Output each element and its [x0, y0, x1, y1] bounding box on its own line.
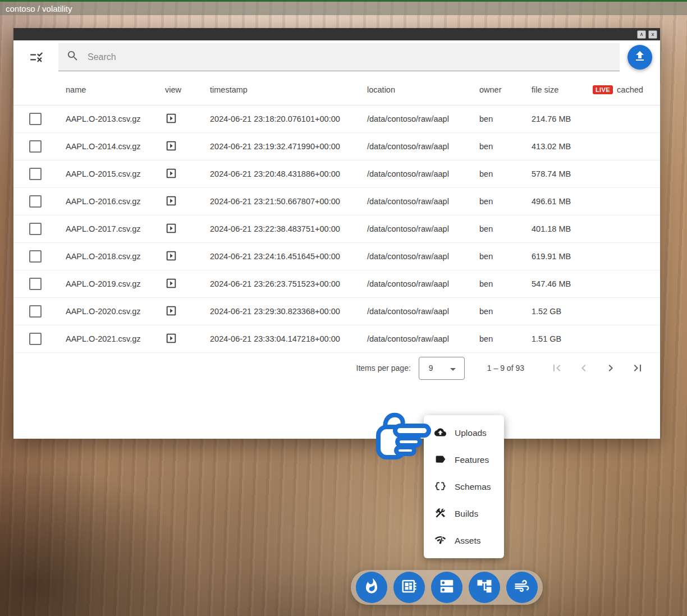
- breadcrumb: contoso / volatility: [6, 4, 72, 13]
- file-location: /data/contoso/raw/aapl: [367, 114, 479, 123]
- column-header-file-size: file size: [532, 85, 593, 94]
- row-checkbox[interactable]: [29, 195, 42, 208]
- file-owner: ben: [479, 279, 532, 288]
- column-header-view: view: [165, 85, 210, 94]
- dock-button-fire[interactable]: [356, 572, 387, 603]
- upload-fab-button[interactable]: [628, 45, 652, 70]
- search-icon: [58, 49, 79, 65]
- file-timestamp: 2024-06-21 23:21:50.667807+00:00: [210, 197, 367, 206]
- slideshow-icon[interactable]: [165, 332, 177, 344]
- file-name: AAPL.O-2019.csv.gz: [66, 279, 165, 288]
- file-size: 547.46 MB: [532, 279, 593, 288]
- items-per-page-select[interactable]: 9: [419, 357, 465, 380]
- row-checkbox[interactable]: [29, 250, 42, 263]
- menu-item-assets[interactable]: Assets: [424, 527, 504, 554]
- live-badge: LIVE: [593, 85, 613, 94]
- column-header-cached: LIVE cached: [593, 85, 660, 94]
- selection-filter-button[interactable]: [29, 50, 44, 65]
- column-header-name: name: [66, 85, 165, 94]
- file-size: 1.52 GB: [532, 307, 593, 316]
- file-owner: ben: [479, 307, 532, 316]
- toolbar: [13, 40, 660, 74]
- cached-label: cached: [617, 85, 643, 94]
- last-page-button[interactable]: [631, 361, 644, 375]
- page-range-label: 1 – 9 of 93: [487, 364, 524, 373]
- row-checkbox[interactable]: [29, 278, 42, 290]
- dock-button-wind[interactable]: [506, 572, 538, 603]
- first-page-button[interactable]: [550, 361, 564, 375]
- slideshow-icon[interactable]: [165, 250, 177, 262]
- table-header-row: name view timestamp location owner file …: [13, 74, 660, 105]
- menu-item-builds[interactable]: Builds: [424, 500, 504, 527]
- slideshow-icon[interactable]: [165, 222, 177, 235]
- file-owner: ben: [479, 169, 532, 178]
- file-owner: ben: [479, 114, 532, 123]
- file-location: /data/contoso/raw/aapl: [367, 334, 479, 343]
- file-name: AAPL.O-2013.csv.gz: [66, 114, 165, 123]
- braces-icon: [434, 480, 446, 494]
- next-page-button[interactable]: [604, 361, 617, 375]
- column-header-timestamp: timestamp: [210, 85, 367, 94]
- slideshow-icon[interactable]: [165, 305, 177, 317]
- menu-item-label: Builds: [455, 509, 478, 519]
- menu-item-label: Schemas: [455, 482, 491, 492]
- search-field[interactable]: [58, 43, 620, 71]
- slideshow-icon[interactable]: [165, 167, 177, 180]
- slideshow-icon[interactable]: [165, 277, 177, 289]
- file-size: 578.74 MB: [532, 169, 593, 178]
- row-checkbox[interactable]: [29, 168, 42, 180]
- row-checkbox[interactable]: [29, 113, 42, 125]
- row-checkbox[interactable]: [29, 305, 42, 318]
- file-size: 413.02 MB: [532, 142, 593, 151]
- fire-icon: [363, 578, 380, 597]
- file-owner: ben: [479, 197, 532, 206]
- menu-item-label: Assets: [455, 536, 481, 546]
- file-name: AAPL.O-2018.csv.gz: [66, 252, 165, 261]
- table-row: AAPL.O-2017.csv.gz 2024-06-21 23:22:38.4…: [13, 215, 660, 243]
- file-owner: ben: [479, 142, 532, 151]
- dock: [351, 570, 543, 605]
- menu-item-label: Uploads: [455, 428, 487, 438]
- file-timestamp: 2024-06-21 23:19:32.471990+00:00: [210, 142, 367, 151]
- table-row: AAPL.O-2013.csv.gz 2024-06-21 23:18:20.0…: [13, 105, 660, 133]
- items-per-page-label: Items per page:: [356, 364, 411, 373]
- context-menu: Uploads Features Schemas Builds Assets: [424, 415, 504, 558]
- account-tree-icon: [476, 578, 493, 597]
- window-titlebar[interactable]: ∧ x: [13, 28, 660, 40]
- file-owner: ben: [479, 224, 532, 233]
- file-location: /data/contoso/raw/aapl: [367, 169, 479, 178]
- table-row: AAPL.O-2020.csv.gz 2024-06-21 23:29:30.8…: [13, 298, 660, 325]
- slideshow-icon[interactable]: [165, 195, 177, 207]
- dock-button-tree[interactable]: [469, 572, 500, 603]
- slideshow-icon[interactable]: [165, 140, 177, 152]
- table-row: AAPL.O-2014.csv.gz 2024-06-21 23:19:32.4…: [13, 133, 660, 160]
- row-checkbox[interactable]: [29, 333, 42, 345]
- search-input[interactable]: [86, 52, 583, 63]
- previous-page-button[interactable]: [577, 361, 590, 375]
- file-timestamp: 2024-06-21 23:26:23.751523+00:00: [210, 279, 367, 288]
- row-checkbox[interactable]: [29, 223, 42, 235]
- slideshow-icon[interactable]: [165, 112, 177, 125]
- dock-button-board[interactable]: [393, 572, 425, 603]
- menu-item-schemas[interactable]: Schemas: [424, 474, 504, 500]
- file-timestamp: 2024-06-21 23:22:38.483751+00:00: [210, 224, 367, 233]
- close-button[interactable]: x: [648, 30, 657, 39]
- menu-item-uploads[interactable]: Uploads: [424, 420, 504, 447]
- file-owner: ben: [479, 252, 532, 261]
- dock-button-dns[interactable]: [431, 572, 462, 603]
- file-size: 496.61 MB: [532, 197, 593, 206]
- row-checkbox[interactable]: [29, 140, 42, 153]
- dns-icon: [438, 578, 455, 597]
- file-location: /data/contoso/raw/aapl: [367, 279, 479, 288]
- collapse-button[interactable]: ∧: [637, 30, 646, 39]
- file-name: AAPL.O-2015.csv.gz: [66, 169, 165, 178]
- file-timestamp: 2024-06-21 23:33:04.147218+00:00: [210, 334, 367, 343]
- file-timestamp: 2024-06-21 23:24:16.451645+00:00: [210, 252, 367, 261]
- file-timestamp: 2024-06-21 23:29:30.823368+00:00: [210, 307, 367, 316]
- developer-board-icon: [401, 578, 418, 597]
- table-row: AAPL.O-2015.csv.gz 2024-06-21 23:20:48.4…: [13, 160, 660, 188]
- menu-item-features[interactable]: Features: [424, 447, 504, 474]
- column-header-owner: owner: [479, 85, 532, 94]
- air-icon: [514, 578, 530, 597]
- pagination-bar: Items per page: 9 1 – 9 of 93: [13, 353, 660, 383]
